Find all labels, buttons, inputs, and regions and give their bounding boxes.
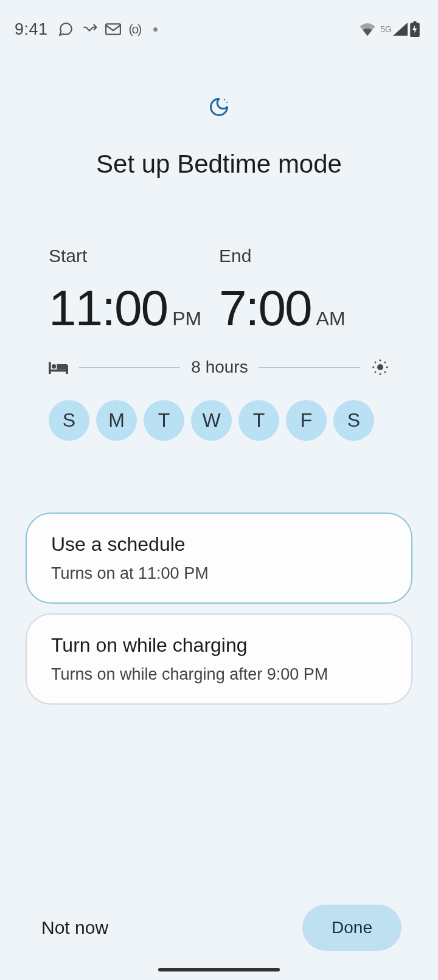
svg-point-9 [380, 373, 381, 375]
svg-point-12 [375, 362, 377, 364]
duration-row: 8 hours [49, 357, 389, 377]
end-time: 7:00 [219, 283, 311, 333]
gmail-icon [105, 23, 121, 35]
done-button[interactable]: Done [302, 905, 401, 951]
start-period: PM [172, 308, 201, 330]
start-time-block[interactable]: Start 11:00 PM [49, 246, 219, 333]
not-now-button[interactable]: Not now [41, 917, 108, 938]
svg-rect-4 [49, 370, 68, 372]
svg-rect-3 [49, 362, 51, 374]
end-time-block[interactable]: End 7:00 AM [219, 246, 389, 333]
days-row: S M T W T F S [49, 400, 389, 441]
day-tuesday[interactable]: T [144, 400, 184, 441]
option-while-charging[interactable]: Turn on while charging Turns on while ch… [26, 613, 412, 705]
day-saturday[interactable]: S [333, 400, 374, 441]
status-time: 9:41 [15, 20, 48, 39]
bed-icon [49, 360, 68, 374]
options-list: Use a schedule Turns on at 11:00 PM Turn… [0, 512, 438, 705]
option-title: Turn on while charging [51, 634, 387, 657]
option-subtitle: Turns on at 11:00 PM [51, 564, 387, 583]
svg-point-15 [384, 362, 386, 364]
signal-icon [393, 22, 408, 36]
divider [259, 367, 360, 368]
sun-icon [371, 358, 389, 376]
time-section: Start 11:00 PM End 7:00 AM [0, 246, 438, 441]
start-time: 11:00 [49, 283, 167, 333]
wifi-icon [358, 22, 377, 36]
bedtime-moon-icon [208, 96, 230, 118]
svg-rect-2 [413, 21, 416, 24]
divider [79, 367, 180, 368]
missed-call-icon [82, 23, 97, 35]
whatsapp-icon [58, 21, 74, 37]
end-period: AM [316, 308, 346, 330]
day-thursday[interactable]: T [238, 400, 279, 441]
page-title: Set up Bedtime mode [96, 150, 342, 179]
option-use-schedule[interactable]: Use a schedule Turns on at 11:00 PM [26, 512, 412, 604]
svg-point-6 [52, 364, 56, 368]
network-type: 5G [380, 24, 392, 34]
day-monday[interactable]: M [96, 400, 137, 441]
battery-icon [410, 21, 420, 37]
status-icons: (o) [58, 21, 158, 37]
day-wednesday[interactable]: W [191, 400, 232, 441]
nav-handle[interactable] [158, 968, 280, 971]
svg-point-11 [386, 367, 388, 368]
duration-text: 8 hours [191, 357, 248, 377]
svg-rect-0 [106, 24, 120, 34]
status-bar: 9:41 (o) 5G [0, 0, 438, 43]
option-subtitle: Turns on while charging after 9:00 PM [51, 665, 387, 684]
main-content: Set up Bedtime mode Start 11:00 PM End 7… [0, 43, 438, 705]
svg-point-7 [377, 364, 383, 370]
bottom-bar: Not now Done [0, 905, 438, 951]
svg-point-10 [372, 367, 374, 368]
status-right: 5G [358, 21, 420, 37]
end-label: End [219, 246, 389, 266]
svg-point-14 [375, 371, 377, 373]
svg-point-13 [384, 371, 386, 373]
more-notifications-icon [153, 27, 158, 32]
notification-badge: (o) [129, 22, 141, 36]
option-title: Use a schedule [51, 533, 387, 556]
status-left: 9:41 (o) [15, 20, 158, 39]
day-friday[interactable]: F [286, 400, 327, 441]
day-sunday[interactable]: S [49, 400, 89, 441]
start-label: Start [49, 246, 219, 266]
svg-point-8 [380, 359, 381, 361]
